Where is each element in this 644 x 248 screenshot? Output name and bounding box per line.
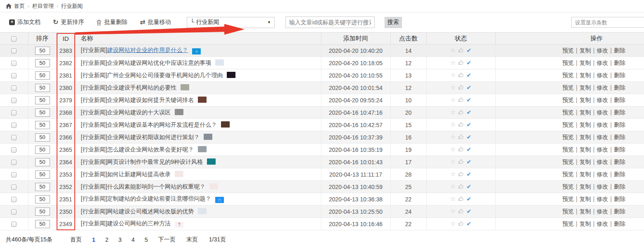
- row-checkbox[interactable]: [11, 110, 17, 116]
- sort-input[interactable]: [35, 59, 50, 67]
- action-delete[interactable]: 删除: [614, 134, 625, 140]
- row-checkbox[interactable]: [11, 197, 17, 202]
- article-title-link[interactable]: 网页设计制作中最常见的9种设计风格: [107, 158, 203, 165]
- sort-input[interactable]: [35, 71, 50, 80]
- check-icon[interactable]: ✔: [466, 72, 471, 78]
- sort-input[interactable]: [35, 158, 50, 166]
- star-icon[interactable]: ☆: [450, 220, 456, 227]
- action-preview[interactable]: 预览: [562, 134, 574, 140]
- article-title-link[interactable]: 定制建站的企业建站前要注意哪些问题？: [107, 195, 211, 202]
- action-copy[interactable]: 复制: [580, 146, 591, 153]
- action-delete[interactable]: 删除: [614, 84, 625, 91]
- thumbs-up-icon[interactable]: [458, 159, 464, 166]
- star-icon[interactable]: ☆: [450, 158, 456, 165]
- action-copy[interactable]: 复制: [580, 72, 591, 78]
- sort-input[interactable]: [35, 183, 50, 191]
- action-preview[interactable]: 预览: [562, 109, 574, 116]
- action-preview[interactable]: 预览: [562, 47, 574, 54]
- category-select[interactable]: └ 行业新闻 ▼: [187, 17, 275, 28]
- thumbs-up-icon[interactable]: [458, 122, 464, 129]
- article-title-link[interactable]: 建设公司网站的三种方法: [107, 220, 171, 227]
- row-checkbox[interactable]: [11, 135, 17, 140]
- star-icon[interactable]: ☆: [450, 146, 456, 153]
- row-checkbox[interactable]: [11, 85, 17, 91]
- breadcrumb-item-column-manage[interactable]: 栏目管理: [32, 2, 54, 10]
- star-icon[interactable]: ☆: [450, 84, 456, 91]
- action-edit[interactable]: 修改: [596, 84, 608, 91]
- action-preview[interactable]: 预览: [562, 146, 574, 153]
- sort-input[interactable]: [35, 208, 50, 216]
- action-preview[interactable]: 预览: [562, 171, 574, 177]
- thumbs-up-icon[interactable]: [458, 73, 464, 79]
- thumbs-up-icon[interactable]: [458, 85, 464, 92]
- action-preview[interactable]: 预览: [562, 183, 574, 190]
- action-preview[interactable]: 预览: [562, 196, 574, 202]
- action-edit[interactable]: 修改: [596, 196, 608, 202]
- action-delete[interactable]: 删除: [614, 171, 625, 177]
- article-title-link[interactable]: 如何让新建网站提高收录: [107, 171, 171, 177]
- add-document-button[interactable]: + 添加文档: [9, 19, 40, 26]
- sort-input[interactable]: [35, 84, 50, 92]
- star-icon[interactable]: ☆: [450, 47, 456, 54]
- action-copy[interactable]: 复制: [580, 220, 591, 227]
- article-title-link[interactable]: 广州企业网站公司须要做手机网站的几个理由: [107, 72, 223, 78]
- check-icon[interactable]: ✔: [466, 220, 471, 227]
- thumbs-up-icon[interactable]: [458, 147, 464, 154]
- thumbs-up-icon[interactable]: [458, 97, 464, 104]
- row-checkbox[interactable]: [11, 209, 17, 215]
- thumbs-up-icon[interactable]: [458, 172, 464, 178]
- action-preview[interactable]: 预览: [562, 97, 574, 103]
- star-icon[interactable]: ☆: [450, 133, 456, 140]
- action-preview[interactable]: 预览: [562, 84, 574, 91]
- search-input[interactable]: [285, 17, 375, 28]
- check-icon[interactable]: ✔: [466, 171, 471, 177]
- action-delete[interactable]: 删除: [614, 121, 625, 128]
- action-copy[interactable]: 复制: [580, 97, 591, 103]
- action-preview[interactable]: 预览: [562, 220, 574, 227]
- sort-input[interactable]: [35, 96, 50, 104]
- sort-input[interactable]: [35, 195, 50, 203]
- article-title-link[interactable]: 怎么建设企业网站效果会更好呢？: [107, 146, 194, 153]
- check-icon[interactable]: ✔: [466, 208, 471, 215]
- thumbs-up-icon[interactable]: [458, 209, 464, 215]
- sort-input[interactable]: [35, 109, 50, 117]
- action-copy[interactable]: 复制: [580, 171, 591, 177]
- action-delete[interactable]: 删除: [614, 59, 625, 66]
- search-button[interactable]: 搜索: [385, 17, 402, 28]
- action-edit[interactable]: 修改: [596, 171, 608, 177]
- star-icon[interactable]: ☆: [450, 170, 456, 177]
- page-3[interactable]: 3: [118, 236, 121, 243]
- page-4[interactable]: 4: [131, 236, 135, 243]
- action-edit[interactable]: 修改: [596, 158, 608, 165]
- action-copy[interactable]: 复制: [580, 183, 591, 190]
- sort-input[interactable]: [35, 146, 50, 154]
- action-edit[interactable]: 修改: [596, 208, 608, 215]
- action-delete[interactable]: 删除: [614, 220, 625, 227]
- action-delete[interactable]: 删除: [614, 208, 625, 215]
- row-checkbox[interactable]: [11, 147, 17, 153]
- article-title-link[interactable]: 什么因素能影响到一个网站的权重呢？: [107, 183, 205, 190]
- action-delete[interactable]: 删除: [614, 109, 625, 116]
- row-checkbox[interactable]: [11, 48, 17, 54]
- thumbs-up-icon[interactable]: [458, 60, 464, 67]
- action-preview[interactable]: 预览: [562, 158, 574, 165]
- row-checkbox[interactable]: [11, 184, 17, 190]
- article-title-link[interactable]: 企业建设手机网站的必要性: [107, 84, 176, 91]
- check-icon[interactable]: ✔: [466, 134, 471, 140]
- star-icon[interactable]: ☆: [450, 109, 456, 116]
- check-icon[interactable]: ✔: [466, 121, 471, 128]
- action-copy[interactable]: 复制: [580, 196, 591, 202]
- action-copy[interactable]: 复制: [580, 47, 591, 54]
- action-edit[interactable]: 修改: [596, 134, 608, 140]
- check-icon[interactable]: ✔: [466, 59, 471, 66]
- star-icon[interactable]: ☆: [450, 121, 456, 128]
- star-icon[interactable]: ☆: [450, 96, 456, 103]
- row-checkbox[interactable]: [11, 172, 17, 177]
- article-title-link[interactable]: 建设网站对企业的作用是什么？: [107, 47, 188, 53]
- action-edit[interactable]: 修改: [596, 72, 608, 78]
- check-icon[interactable]: ✔: [466, 84, 471, 91]
- page-1[interactable]: 1: [92, 236, 95, 243]
- action-delete[interactable]: 删除: [614, 72, 625, 78]
- article-title-link[interactable]: 企业网站建设网站优化中应该注意的事项: [107, 59, 211, 66]
- action-copy[interactable]: 复制: [580, 158, 591, 165]
